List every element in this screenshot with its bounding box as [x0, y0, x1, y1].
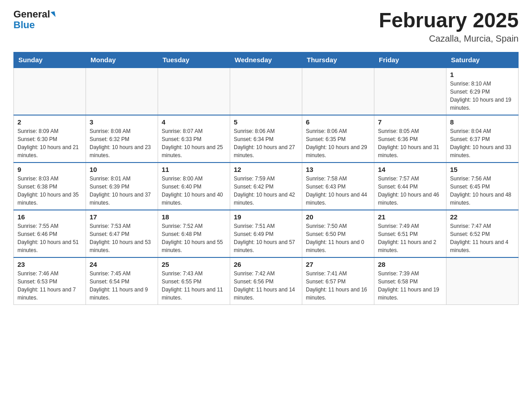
day-info: Sunrise: 7:56 AMSunset: 6:45 PMDaylight:…	[450, 175, 515, 207]
day-number: 18	[162, 213, 226, 221]
day-info: Sunrise: 8:06 AMSunset: 6:34 PMDaylight:…	[234, 127, 298, 159]
calendar-day-cell: 10Sunrise: 8:01 AMSunset: 6:39 PMDayligh…	[86, 163, 158, 210]
calendar-week-row: 9Sunrise: 8:03 AMSunset: 6:38 PMDaylight…	[14, 163, 519, 210]
day-info: Sunrise: 7:41 AMSunset: 6:57 PMDaylight:…	[306, 270, 370, 302]
day-info: Sunrise: 7:45 AMSunset: 6:54 PMDaylight:…	[90, 270, 154, 302]
day-number: 22	[450, 213, 515, 221]
day-of-week-header: Monday	[86, 52, 158, 68]
calendar-day-cell: 26Sunrise: 7:42 AMSunset: 6:56 PMDayligh…	[230, 257, 302, 305]
calendar-week-row: 2Sunrise: 8:09 AMSunset: 6:30 PMDaylight…	[14, 115, 519, 163]
calendar-day-cell: 5Sunrise: 8:06 AMSunset: 6:34 PMDaylight…	[230, 115, 302, 163]
day-info: Sunrise: 8:07 AMSunset: 6:33 PMDaylight:…	[162, 127, 226, 159]
day-number: 11	[162, 166, 226, 173]
day-info: Sunrise: 8:04 AMSunset: 6:37 PMDaylight:…	[450, 127, 515, 159]
day-number: 23	[17, 261, 82, 268]
day-info: Sunrise: 7:53 AMSunset: 6:47 PMDaylight:…	[90, 222, 154, 254]
day-info: Sunrise: 7:50 AMSunset: 6:50 PMDaylight:…	[306, 222, 370, 254]
day-number: 28	[378, 261, 442, 268]
page-title: February 2025	[379, 9, 519, 32]
calendar-day-cell	[158, 68, 230, 115]
day-number: 13	[306, 166, 370, 173]
calendar-day-cell: 20Sunrise: 7:50 AMSunset: 6:50 PMDayligh…	[302, 210, 374, 257]
day-info: Sunrise: 7:49 AMSunset: 6:51 PMDaylight:…	[378, 222, 442, 254]
day-info: Sunrise: 7:57 AMSunset: 6:44 PMDaylight:…	[378, 175, 442, 207]
day-info: Sunrise: 7:42 AMSunset: 6:56 PMDaylight:…	[234, 270, 298, 302]
day-number: 27	[306, 261, 370, 268]
calendar-day-cell: 19Sunrise: 7:51 AMSunset: 6:49 PMDayligh…	[230, 210, 302, 257]
calendar-day-cell: 14Sunrise: 7:57 AMSunset: 6:44 PMDayligh…	[374, 163, 446, 210]
calendar-week-row: 16Sunrise: 7:55 AMSunset: 6:46 PMDayligh…	[14, 210, 519, 257]
day-info: Sunrise: 8:08 AMSunset: 6:32 PMDaylight:…	[90, 127, 154, 159]
day-info: Sunrise: 7:47 AMSunset: 6:52 PMDaylight:…	[450, 222, 515, 254]
day-number: 6	[306, 118, 370, 126]
day-info: Sunrise: 7:58 AMSunset: 6:43 PMDaylight:…	[306, 175, 370, 207]
day-number: 9	[17, 166, 82, 173]
day-number: 5	[234, 118, 298, 126]
calendar-day-cell: 4Sunrise: 8:07 AMSunset: 6:33 PMDaylight…	[158, 115, 230, 163]
calendar-day-cell: 27Sunrise: 7:41 AMSunset: 6:57 PMDayligh…	[302, 257, 374, 305]
calendar-day-cell: 2Sunrise: 8:09 AMSunset: 6:30 PMDaylight…	[14, 115, 86, 163]
title-block: February 2025 Cazalla, Murcia, Spain	[379, 9, 519, 44]
calendar-day-cell: 21Sunrise: 7:49 AMSunset: 6:51 PMDayligh…	[374, 210, 446, 257]
day-info: Sunrise: 8:03 AMSunset: 6:38 PMDaylight:…	[17, 175, 82, 207]
calendar-day-cell: 12Sunrise: 7:59 AMSunset: 6:42 PMDayligh…	[230, 163, 302, 210]
day-number: 1	[450, 71, 515, 78]
logo-arrow-icon	[51, 11, 56, 17]
day-info: Sunrise: 7:59 AMSunset: 6:42 PMDaylight:…	[234, 175, 298, 207]
day-info: Sunrise: 8:01 AMSunset: 6:39 PMDaylight:…	[90, 175, 154, 207]
calendar-day-cell: 11Sunrise: 8:00 AMSunset: 6:40 PMDayligh…	[158, 163, 230, 210]
calendar-day-cell: 17Sunrise: 7:53 AMSunset: 6:47 PMDayligh…	[86, 210, 158, 257]
page-header: General Blue February 2025 Cazalla, Murc…	[13, 9, 519, 44]
day-number: 21	[378, 213, 442, 221]
calendar-day-cell: 8Sunrise: 8:04 AMSunset: 6:37 PMDaylight…	[446, 115, 519, 163]
day-info: Sunrise: 7:46 AMSunset: 6:53 PMDaylight:…	[17, 270, 82, 302]
day-number: 2	[17, 118, 82, 126]
calendar-day-cell: 1Sunrise: 8:10 AMSunset: 6:29 PMDaylight…	[446, 68, 519, 115]
day-info: Sunrise: 7:55 AMSunset: 6:46 PMDaylight:…	[17, 222, 82, 254]
day-info: Sunrise: 8:09 AMSunset: 6:30 PMDaylight:…	[17, 127, 82, 159]
logo-blue: Blue	[13, 20, 35, 30]
day-number: 17	[90, 213, 154, 221]
page-subtitle: Cazalla, Murcia, Spain	[379, 34, 519, 44]
calendar-day-cell: 7Sunrise: 8:05 AMSunset: 6:36 PMDaylight…	[374, 115, 446, 163]
day-of-week-header: Thursday	[302, 52, 374, 68]
logo-general: General	[13, 9, 50, 20]
day-number: 14	[378, 166, 442, 173]
calendar-week-row: 1Sunrise: 8:10 AMSunset: 6:29 PMDaylight…	[14, 68, 519, 115]
day-of-week-header: Tuesday	[158, 52, 230, 68]
calendar-day-cell: 18Sunrise: 7:52 AMSunset: 6:48 PMDayligh…	[158, 210, 230, 257]
calendar-day-cell: 24Sunrise: 7:45 AMSunset: 6:54 PMDayligh…	[86, 257, 158, 305]
logo: General Blue	[13, 9, 55, 30]
day-info: Sunrise: 8:00 AMSunset: 6:40 PMDaylight:…	[162, 175, 226, 207]
calendar-day-cell	[86, 68, 158, 115]
day-number: 19	[234, 213, 298, 221]
day-number: 16	[17, 213, 82, 221]
calendar-day-cell: 23Sunrise: 7:46 AMSunset: 6:53 PMDayligh…	[14, 257, 86, 305]
day-info: Sunrise: 7:52 AMSunset: 6:48 PMDaylight:…	[162, 222, 226, 254]
calendar-day-cell	[446, 257, 519, 305]
calendar-week-row: 23Sunrise: 7:46 AMSunset: 6:53 PMDayligh…	[14, 257, 519, 305]
calendar-day-cell	[230, 68, 302, 115]
day-number: 10	[90, 166, 154, 173]
day-number: 7	[378, 118, 442, 126]
day-of-week-header: Sunday	[14, 52, 86, 68]
day-info: Sunrise: 8:05 AMSunset: 6:36 PMDaylight:…	[378, 127, 442, 159]
day-number: 8	[450, 118, 515, 126]
calendar-day-cell	[14, 68, 86, 115]
day-of-week-header: Saturday	[446, 52, 519, 68]
calendar-day-cell: 28Sunrise: 7:39 AMSunset: 6:58 PMDayligh…	[374, 257, 446, 305]
day-number: 25	[162, 261, 226, 268]
day-of-week-header: Wednesday	[230, 52, 302, 68]
calendar-day-cell: 16Sunrise: 7:55 AMSunset: 6:46 PMDayligh…	[14, 210, 86, 257]
day-number: 3	[90, 118, 154, 126]
calendar-day-cell	[374, 68, 446, 115]
calendar-day-cell: 13Sunrise: 7:58 AMSunset: 6:43 PMDayligh…	[302, 163, 374, 210]
calendar-day-cell: 3Sunrise: 8:08 AMSunset: 6:32 PMDaylight…	[86, 115, 158, 163]
calendar-day-cell	[302, 68, 374, 115]
calendar-day-cell: 15Sunrise: 7:56 AMSunset: 6:45 PMDayligh…	[446, 163, 519, 210]
calendar-day-cell: 9Sunrise: 8:03 AMSunset: 6:38 PMDaylight…	[14, 163, 86, 210]
day-number: 12	[234, 166, 298, 173]
day-number: 26	[234, 261, 298, 268]
day-number: 24	[90, 261, 154, 268]
day-info: Sunrise: 8:10 AMSunset: 6:29 PMDaylight:…	[450, 80, 515, 112]
